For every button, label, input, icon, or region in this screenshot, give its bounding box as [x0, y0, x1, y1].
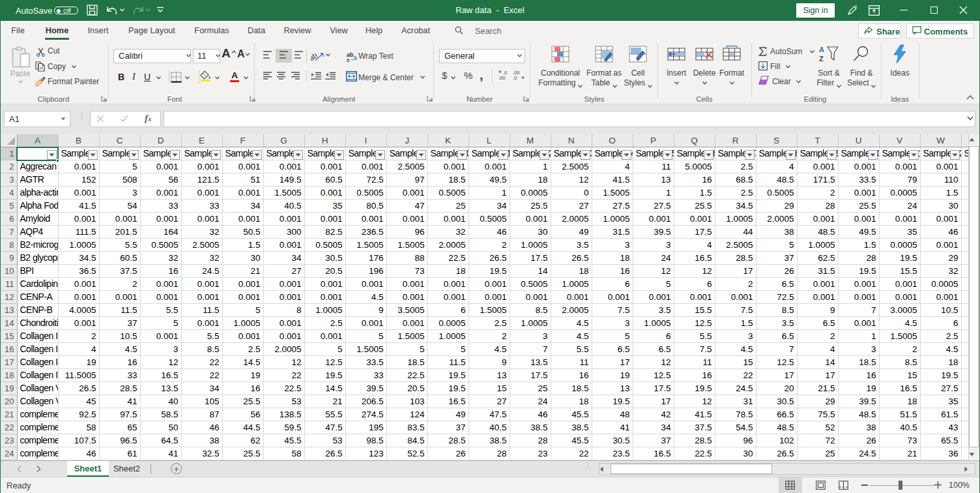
svg-text:A: A: [819, 46, 824, 53]
svg-text:Z: Z: [819, 55, 824, 63]
svg-text:c: c: [347, 57, 350, 62]
svg-text:ab: ab: [311, 51, 319, 62]
svg-text:.0: .0: [513, 75, 517, 80]
svg-text:.00: .00: [498, 75, 505, 80]
